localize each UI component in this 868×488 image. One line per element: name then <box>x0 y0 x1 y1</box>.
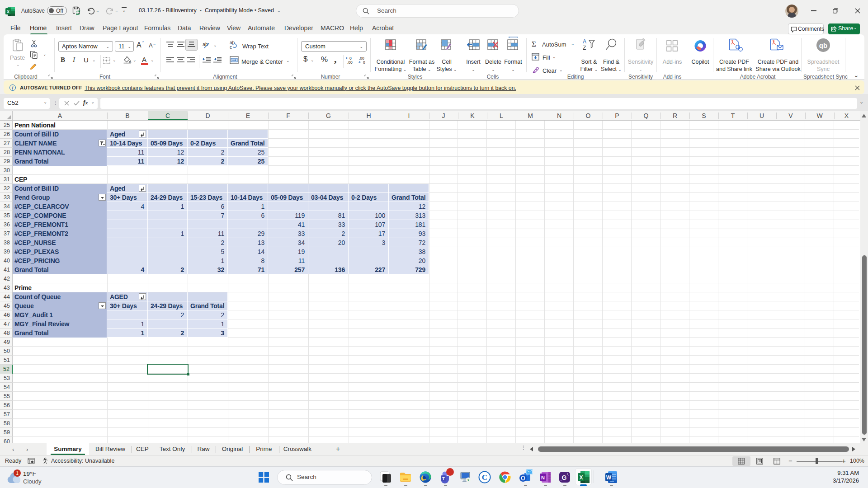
svg-text:C: C <box>482 473 487 482</box>
svg-text:G: G <box>562 474 567 481</box>
svg-text:N: N <box>541 475 545 480</box>
svg-text:ab: ab <box>203 42 208 47</box>
svg-text:x: x <box>7 9 9 14</box>
svg-text:W: W <box>606 474 612 481</box>
svg-text:qb: qb <box>819 42 827 49</box>
svg-text:A: A <box>583 38 586 45</box>
svg-text:ẋ: ẋ <box>467 479 469 482</box>
svg-text:.00: .00 <box>347 60 353 64</box>
svg-text:T: T <box>442 476 445 481</box>
svg-text:Z: Z <box>583 45 586 51</box>
svg-text:0: 0 <box>363 60 365 64</box>
svg-text:X: X <box>579 474 583 481</box>
svg-text:c: c <box>230 45 232 49</box>
